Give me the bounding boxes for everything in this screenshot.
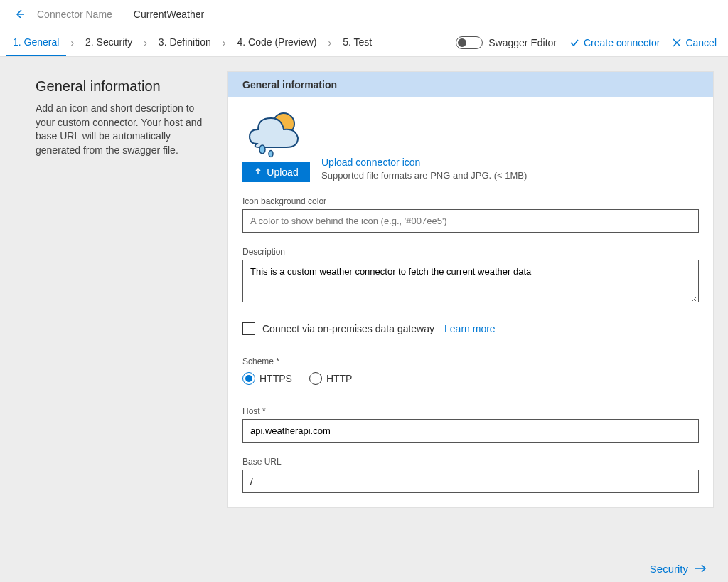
host-input[interactable] <box>242 419 699 443</box>
tab-code[interactable]: 4. Code (Preview) <box>230 28 323 56</box>
arrow-left-icon <box>14 9 26 20</box>
upload-button[interactable]: Upload <box>242 162 310 182</box>
upload-icon <box>254 166 262 178</box>
wizard-tabs: 1. General › 2. Security › 3. Definition… <box>6 28 379 56</box>
scheme-radio-https[interactable]: HTTPS <box>242 372 292 385</box>
page-description: Add an icon and short description to you… <box>36 102 206 157</box>
learn-more-link[interactable]: Learn more <box>444 323 496 334</box>
chevron-right-icon: › <box>223 37 226 48</box>
supported-formats-text: Supported file formats are PNG and JPG. … <box>321 170 527 181</box>
scheme-label: Scheme * <box>242 356 699 366</box>
tab-security[interactable]: 2. Security <box>78 28 139 56</box>
gateway-checkbox[interactable] <box>242 322 255 335</box>
chevron-right-icon: › <box>328 37 332 48</box>
create-connector-button[interactable]: Create connector <box>569 37 660 48</box>
tab-test[interactable]: 5. Test <box>336 28 379 56</box>
svg-point-5 <box>269 151 273 157</box>
icon-bg-label: Icon background color <box>242 196 699 206</box>
gateway-label: Connect via on-premises data gateway <box>262 323 434 334</box>
panel-header: General information <box>228 72 713 97</box>
checkmark-icon <box>569 38 579 48</box>
scheme-radio-http[interactable]: HTTP <box>309 372 353 385</box>
chevron-right-icon: › <box>70 37 74 48</box>
cancel-button[interactable]: Cancel <box>673 37 717 48</box>
swagger-editor-label: Swagger Editor <box>488 37 557 48</box>
base-url-label: Base URL <box>242 457 699 467</box>
svg-point-4 <box>259 145 265 154</box>
tab-definition[interactable]: 3. Definition <box>151 28 218 56</box>
icon-bg-input[interactable] <box>242 209 699 233</box>
chevron-right-icon: › <box>144 37 147 48</box>
description-label: Description <box>242 247 699 257</box>
arrow-right-icon <box>694 563 707 575</box>
description-input[interactable] <box>242 260 699 302</box>
back-button[interactable] <box>11 6 28 23</box>
connector-name-value: CurrentWeather <box>134 9 204 20</box>
tab-general[interactable]: 1. General <box>6 28 66 56</box>
base-url-input[interactable] <box>242 470 699 493</box>
close-icon <box>673 38 681 47</box>
swagger-editor-toggle[interactable] <box>456 36 483 49</box>
page-title: General information <box>36 78 206 95</box>
upload-icon-link[interactable]: Upload connector icon <box>321 157 527 168</box>
connector-icon-preview <box>242 108 310 158</box>
connector-name-label: Connector Name <box>37 9 112 20</box>
next-step-link[interactable]: Security <box>650 563 707 575</box>
host-label: Host * <box>242 406 699 416</box>
